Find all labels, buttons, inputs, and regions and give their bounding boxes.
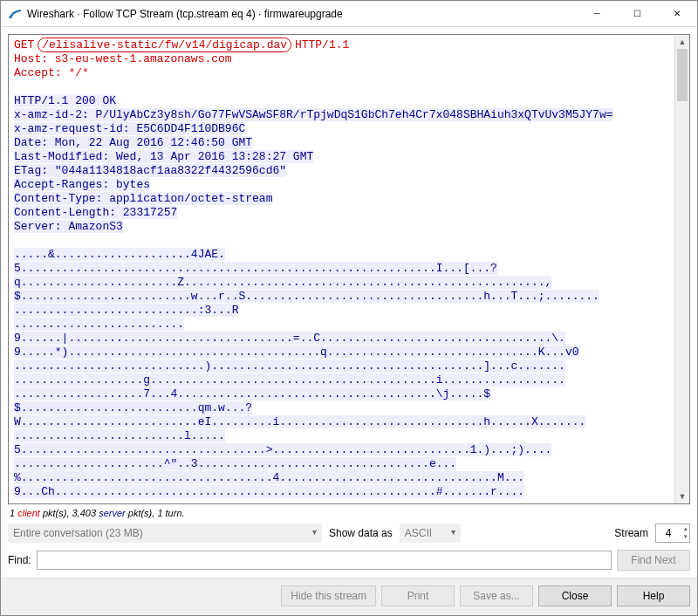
binary-line: ...................g....................…	[14, 373, 565, 387]
vertical-scrollbar[interactable]: ▲ ▼	[674, 35, 689, 503]
print-button[interactable]: Print	[381, 585, 455, 606]
binary-line: 9.....*)................................…	[14, 346, 579, 359]
resp-server: Server: AmazonS3	[14, 220, 123, 233]
find-row: Find: Find Next	[8, 548, 690, 578]
show-data-value: ASCII	[405, 527, 432, 539]
scroll-down-icon[interactable]: ▼	[675, 489, 689, 503]
controls-row: Entire conversation (23 MB) Show data as…	[8, 524, 690, 548]
binary-line: ...................7...4................…	[14, 387, 490, 400]
stream-spinner[interactable]: 4	[655, 524, 690, 543]
resp-status: HTTP/1.1 200 OK	[14, 94, 116, 107]
scroll-up-icon[interactable]: ▲	[675, 35, 689, 49]
binary-line: 5.......................................…	[14, 262, 497, 275]
help-button[interactable]: Help	[617, 585, 690, 606]
stream-text[interactable]: GET /elisalive-static/fw/v14/digicap.dav…	[9, 35, 674, 503]
resp-ranges: Accept-Ranges: bytes	[14, 178, 150, 191]
content-area: GET /elisalive-static/fw/v14/digicap.dav…	[1, 27, 697, 578]
titlebar: Wireshark · Follow TCP Stream (tcp.strea…	[1, 1, 697, 27]
http-version: HTTP/1.1	[295, 38, 349, 51]
window-title: Wireshark · Follow TCP Stream (tcp.strea…	[27, 8, 577, 20]
resp-amz-id2: x-amz-id-2: P/UlyAbCz3y8sh/Go77FwVSAwSF8…	[14, 108, 613, 121]
find-input[interactable]	[37, 551, 612, 570]
binary-line: W..........................eI.........i.…	[14, 415, 585, 428]
conversation-value: Entire conversation (23 MB)	[13, 527, 143, 539]
http-method: GET	[14, 38, 34, 51]
binary-line: q.......................Z...............…	[14, 276, 551, 289]
binary-line: %.....................................4.…	[14, 471, 524, 484]
bottom-button-row: Hide this stream Print Save as... Close …	[1, 578, 697, 615]
binary-line: ............................)...........…	[14, 359, 565, 373]
packet-summary: 1 client pkt(s), 3,403 server pkt(s), 1 …	[8, 504, 690, 524]
binary-line: $..........................qm.w...?	[14, 401, 252, 414]
show-data-label: Show data as	[329, 527, 393, 539]
close-window-button[interactable]: ✕	[657, 1, 697, 26]
window-buttons: ─ ☐ ✕	[577, 1, 697, 26]
find-label: Find:	[8, 554, 31, 566]
binary-line: .....&....................4JAE.	[14, 248, 225, 261]
maximize-button[interactable]: ☐	[617, 1, 657, 26]
wireshark-fin-icon	[8, 7, 22, 21]
binary-line: ...........................:3...R	[14, 304, 238, 317]
stream-text-box: GET /elisalive-static/fw/v14/digicap.dav…	[8, 34, 690, 504]
hide-stream-button[interactable]: Hide this stream	[281, 585, 376, 606]
resp-ctype: Content-Type: application/octet-stream	[14, 192, 272, 205]
save-as-button[interactable]: Save as...	[460, 585, 533, 606]
binary-line: $.........................w...r..S......…	[14, 290, 599, 303]
binary-line: ......................^"..3.............…	[14, 457, 456, 470]
resp-amz-reqid: x-amz-request-id: E5C6DD4F110DB96C	[14, 122, 245, 135]
show-data-combo[interactable]: ASCII	[400, 524, 461, 543]
resp-etag: ETag: "044a1134818acf1aa8322f4432596cd6"	[14, 164, 286, 177]
http-path-highlight: /elisalive-static/fw/v14/digicap.dav	[38, 38, 291, 52]
resp-lastmod: Last-Modified: Wed, 13 Apr 2016 13:28:27…	[14, 150, 313, 163]
resp-date: Date: Mon, 22 Aug 2016 12:46:50 GMT	[14, 136, 252, 149]
close-button[interactable]: Close	[538, 585, 612, 606]
binary-line: 5....................................>..…	[14, 443, 551, 456]
binary-line: .........................l.....	[14, 429, 225, 442]
http-host: Host: s3-eu-west-1.amazonaws.com	[14, 52, 232, 65]
find-next-button[interactable]: Find Next	[617, 550, 690, 571]
binary-line: 9......|................................…	[14, 332, 565, 345]
http-accept: Accept: */*	[14, 66, 89, 79]
stream-label: Stream	[614, 527, 648, 539]
conversation-combo[interactable]: Entire conversation (23 MB)	[8, 524, 322, 543]
binary-line: .........................	[14, 318, 184, 331]
minimize-button[interactable]: ─	[577, 1, 617, 26]
resp-clen: Content-Length: 23317257	[14, 206, 177, 219]
scroll-thumb[interactable]	[677, 49, 688, 101]
binary-line: 9...Ch..................................…	[14, 485, 524, 498]
stream-value: 4	[666, 527, 672, 539]
